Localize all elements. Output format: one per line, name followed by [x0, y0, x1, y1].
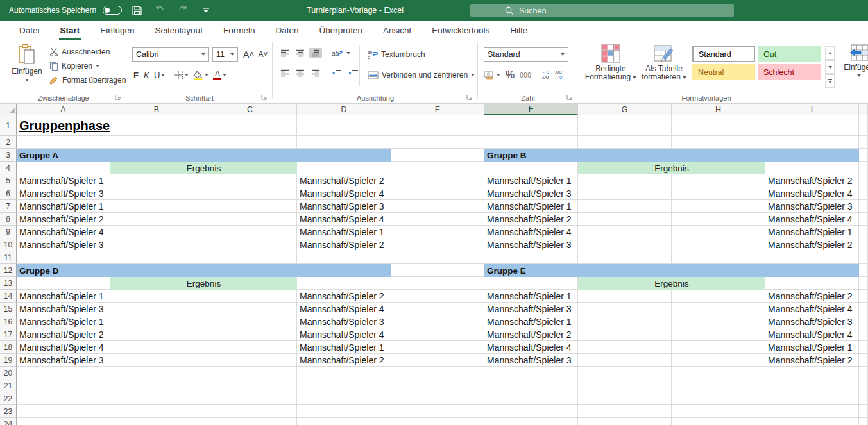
cell-B2[interactable]	[110, 136, 203, 149]
fill-color-dropdown-icon[interactable]	[205, 74, 208, 76]
gallery-scroll-up-icon[interactable]	[825, 46, 835, 60]
row-header-20[interactable]: 20	[0, 367, 17, 379]
cell-partial-11[interactable]	[859, 251, 868, 264]
cell-F9[interactable]: Mannschaft/Spieler 4	[484, 226, 578, 238]
cell-E12[interactable]	[391, 264, 484, 277]
cell-H9[interactable]	[672, 226, 765, 238]
cell-F23[interactable]	[484, 405, 578, 418]
cell-D10[interactable]: Mannschaft/Spieler 2	[297, 238, 391, 251]
tab-ueberpruefen[interactable]: Überprüfen	[309, 21, 373, 40]
cell-G21[interactable]	[578, 379, 672, 392]
cell-E6[interactable]	[391, 187, 484, 200]
cell-D22[interactable]	[297, 392, 391, 405]
cell-H20[interactable]	[672, 367, 765, 379]
cell-E21[interactable]	[391, 379, 484, 392]
cell-I4[interactable]	[765, 162, 859, 174]
cell-G22[interactable]	[578, 392, 672, 405]
number-dialog-launcher-icon[interactable]	[565, 93, 574, 101]
cell-partial-16[interactable]	[859, 315, 868, 328]
cell-A6[interactable]: Mannschaft/Spieler 3	[17, 187, 110, 200]
cell-partial-3[interactable]	[859, 149, 868, 162]
cell-E2[interactable]	[391, 136, 484, 149]
tab-hilfe[interactable]: Hilfe	[500, 21, 538, 40]
cell-B10[interactable]	[110, 238, 203, 251]
cell-A10[interactable]: Mannschaft/Spieler 3	[17, 238, 110, 251]
cell-F22[interactable]	[484, 392, 578, 405]
cell-E19[interactable]	[391, 354, 484, 367]
cell-H11[interactable]	[672, 251, 765, 264]
cell-F11[interactable]	[484, 251, 578, 264]
cell-C9[interactable]	[203, 226, 297, 238]
cell-A17[interactable]: Mannschaft/Spieler 2	[17, 328, 110, 341]
cell-H17[interactable]	[672, 328, 765, 341]
cell-partial-20[interactable]	[859, 367, 868, 379]
row-header-9[interactable]: 9	[0, 226, 17, 238]
cell-D23[interactable]	[297, 405, 391, 418]
cell-B6[interactable]	[110, 187, 203, 200]
cell-I19[interactable]: Mannschaft/Spieler 2	[765, 354, 859, 367]
row-header-3[interactable]: 3	[0, 149, 17, 162]
row-header-2[interactable]: 2	[0, 136, 17, 149]
cell-G6[interactable]	[578, 187, 672, 200]
cell-partial-13[interactable]	[859, 277, 868, 290]
row-header-16[interactable]: 16	[0, 315, 17, 328]
cell-F24[interactable]	[484, 418, 578, 425]
row-header-22[interactable]: 22	[0, 392, 17, 405]
cell-D13[interactable]	[297, 277, 391, 290]
cell-B8[interactable]	[110, 213, 203, 226]
column-header-E[interactable]: E	[391, 104, 484, 115]
cell-H8[interactable]	[672, 213, 765, 226]
autosave-toggle[interactable]	[103, 6, 122, 15]
cell-C16[interactable]	[203, 315, 297, 328]
cell-A22[interactable]	[17, 392, 110, 405]
row-header-17[interactable]: 17	[0, 328, 17, 341]
cell-A20[interactable]	[17, 367, 110, 379]
column-header-C[interactable]: C	[203, 104, 297, 115]
cell-A24[interactable]	[17, 418, 110, 425]
cell-H23[interactable]	[672, 405, 765, 418]
cell-I21[interactable]	[765, 379, 859, 392]
cell-F14[interactable]: Mannschaft/Spieler 1	[484, 290, 578, 303]
cell-E5[interactable]	[391, 174, 484, 187]
row-header-19[interactable]: 19	[0, 354, 17, 367]
insert-cells-button[interactable]: Einfügen	[840, 44, 868, 77]
cell-I10[interactable]: Mannschaft/Spieler 2	[765, 238, 859, 251]
cell-D14[interactable]: Mannschaft/Spieler 2	[297, 290, 391, 303]
alignment-dialog-launcher-icon[interactable]	[464, 93, 473, 101]
fill-color-button[interactable]	[193, 70, 203, 80]
borders-dropdown-icon[interactable]	[185, 74, 189, 76]
cell-B21[interactable]	[110, 379, 203, 392]
decrease-font-icon[interactable]: A˅	[259, 50, 268, 59]
cell-I8[interactable]: Mannschaft/Spieler 4	[765, 213, 859, 226]
cell-H7[interactable]	[672, 200, 765, 213]
gallery-scroll-down-icon[interactable]	[825, 60, 835, 74]
row-header-5[interactable]: 5	[0, 174, 17, 187]
cell-partial-8[interactable]	[859, 213, 868, 226]
style-chip-schlecht[interactable]: Schlecht	[758, 64, 821, 80]
font-name-combo[interactable]: Calibri	[132, 47, 209, 62]
cell-partial-9[interactable]	[859, 226, 868, 238]
cell-D2[interactable]	[297, 136, 391, 149]
cell-D11[interactable]	[297, 251, 391, 264]
row-header-11[interactable]: 11	[0, 251, 17, 264]
cell-H14[interactable]	[672, 290, 765, 303]
cell-A23[interactable]	[17, 405, 110, 418]
cell-partial-7[interactable]	[859, 200, 868, 213]
cell-H1[interactable]	[672, 115, 765, 136]
row-header-15[interactable]: 15	[0, 303, 17, 315]
cell-I15[interactable]: Mannschaft/Spieler 4	[765, 303, 859, 315]
cell-F21[interactable]	[484, 379, 578, 392]
wrap-text-button[interactable]: abc Textumbruch	[366, 49, 427, 60]
cell-E3[interactable]	[391, 149, 484, 162]
tab-daten[interactable]: Daten	[265, 21, 309, 40]
cell-B24[interactable]	[110, 418, 203, 425]
column-header-D[interactable]: D	[297, 104, 391, 115]
cell-E13[interactable]	[391, 277, 484, 290]
cell-B16[interactable]	[110, 315, 203, 328]
result-header-gruppe-d[interactable]: Ergebnis	[110, 277, 297, 290]
cell-D21[interactable]	[297, 379, 391, 392]
bold-button[interactable]: F	[133, 71, 142, 80]
cell-A5[interactable]: Mannschaft/Spieler 1	[17, 174, 110, 187]
paste-dropdown-icon[interactable]	[25, 79, 29, 81]
cell-C5[interactable]	[203, 174, 297, 187]
